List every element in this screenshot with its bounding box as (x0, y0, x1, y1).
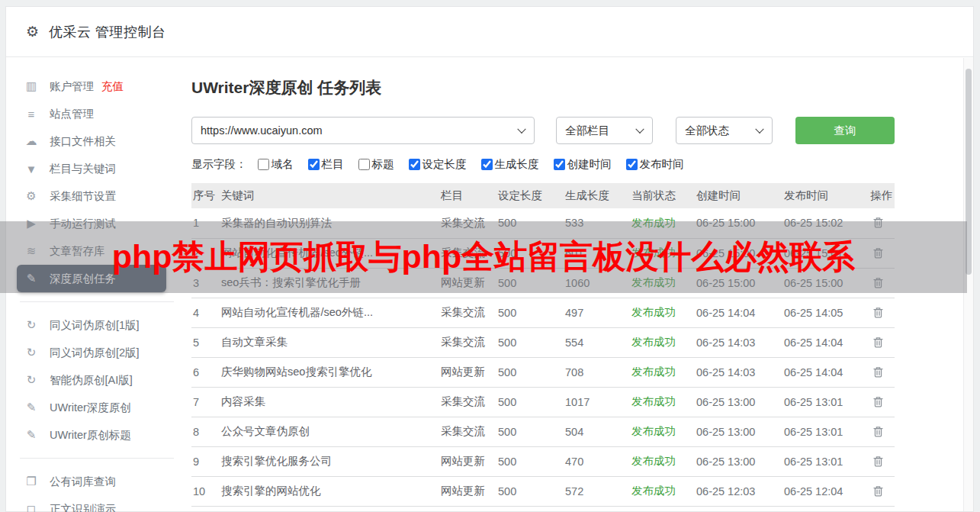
cell-actions (869, 238, 895, 268)
column-header: 生成长度 (564, 183, 630, 208)
cell-published: 06-25 12:04 (782, 476, 869, 506)
cell-created: 06-25 13:00 (695, 446, 782, 476)
delete-button[interactable] (870, 483, 886, 499)
site-select[interactable]: https://www.ucaiyun.com (191, 117, 535, 144)
checkbox-label: 标题 (372, 157, 394, 172)
field-checkbox-栏目[interactable]: 栏目 (308, 157, 344, 172)
cell-gen_len: 708 (564, 357, 630, 387)
database-icon: ≋ (24, 244, 39, 258)
cell-column: 采集交流 (439, 387, 496, 417)
sidebar-item-uwriter-deep-original[interactable]: ✎UWriter深度原创 (6, 394, 188, 421)
gear-icon: ⚙ (26, 23, 39, 40)
cell-column: 采集交流 (439, 417, 496, 446)
checkbox[interactable] (358, 159, 370, 170)
sidebar-item-interface-files[interactable]: ☁接口文件相关 (6, 127, 188, 155)
delete-button[interactable] (870, 214, 886, 230)
recharge-link[interactable]: 充值 (101, 79, 124, 94)
cell-actions (869, 208, 895, 238)
scrollbar-thumb[interactable] (966, 69, 972, 275)
refresh-icon: ↻ (24, 346, 39, 359)
delete-button[interactable] (870, 423, 886, 440)
field-checkbox-标题[interactable]: 标题 (358, 157, 394, 172)
field-checkbox-设定长度[interactable]: 设定长度 (409, 157, 467, 172)
sidebar-item-smart-rewrite-ai[interactable]: ↻智能伪原创[AI版] (6, 366, 188, 394)
table-row: 2网站自动化宣传机器/seo外链...采集交流500601发布成功06-25 1… (191, 238, 895, 268)
sidebar-item-site-management[interactable]: ≡站点管理 (6, 100, 188, 127)
cell-keyword: 采集器的自动识别算法 (220, 208, 439, 238)
column-header: 关键词 (220, 183, 439, 208)
delete-button[interactable] (870, 453, 886, 469)
checkbox[interactable] (258, 159, 269, 170)
column-select[interactable]: 全部栏目 (556, 117, 653, 144)
checkbox[interactable] (554, 159, 565, 170)
cell-published: 06-25 14:04 (782, 327, 869, 357)
checkbox[interactable] (481, 159, 493, 170)
sidebar-item-manual-run-test[interactable]: ▶手动运行测试 (6, 210, 188, 237)
sidebar-item-account-management[interactable]: ▥账户管理充值 (6, 72, 188, 100)
cell-gen_len: 1017 (564, 387, 630, 417)
table-header-row: 序号关键词栏目设定长度生成长度当前状态创建时间发布时间操作 (191, 183, 895, 208)
cell-column: 网站更新 (439, 357, 496, 387)
cell-column: 网站更新 (439, 268, 496, 298)
delete-button[interactable] (870, 394, 886, 410)
delete-button[interactable] (870, 245, 886, 261)
sidebar-item-synonym-rewrite-v2[interactable]: ↻同义词伪原创[2版] (6, 339, 188, 366)
cell-gen_len: 497 (564, 298, 630, 327)
trash-icon (872, 455, 885, 468)
sidebar-item-label: 文章暂存库 (50, 244, 105, 259)
cell-created: 06-25 14:04 (695, 298, 782, 327)
cell-status: 发布成功 (630, 446, 695, 476)
sidebar-item-label: 接口文件相关 (50, 134, 116, 149)
cell-created: 06-25 15:00 (695, 268, 782, 298)
sidebar-item-label: 同义词伪原创[2版] (50, 346, 140, 360)
cell-keyword: 网站自动化宣传机器/seo外链... (220, 298, 439, 327)
table-row: 5自动文章采集采集交流500554发布成功06-25 14:0306-25 14… (191, 327, 895, 357)
sidebar-item-label: 采集细节设置 (50, 189, 116, 204)
vertical-scrollbar[interactable] (963, 58, 973, 511)
checkbox-label: 发布时间 (640, 157, 684, 172)
cell-set_len: 500 (496, 208, 564, 238)
sidebar-item-label: 同义词伪原创[1版] (50, 318, 140, 333)
sidebar-item-uwriter-original-title[interactable]: ✎UWriter原创标题 (6, 421, 188, 449)
delete-button[interactable] (870, 275, 886, 291)
cell-keyword: 自动文章采集 (220, 327, 439, 357)
cell-gen_len: 1060 (564, 268, 630, 298)
delete-button[interactable] (870, 334, 886, 350)
sidebar-item-label: UWriter深度原创 (50, 401, 131, 415)
query-button[interactable]: 查询 (795, 117, 895, 144)
cell-set_len: 500 (496, 387, 564, 417)
field-checkbox-发布时间[interactable]: 发布时间 (626, 157, 684, 172)
field-checkbox-生成长度[interactable]: 生成长度 (481, 157, 539, 172)
sidebar-item-label: 站点管理 (50, 107, 94, 121)
cell-status: 发布成功 (630, 327, 695, 357)
monitor-icon: ◻ (24, 502, 39, 512)
status-select[interactable]: 全部状态 (676, 117, 773, 144)
checkbox[interactable] (626, 159, 638, 170)
delete-button[interactable] (870, 304, 886, 320)
trash-icon (872, 246, 885, 259)
sidebar-item-body-recognition-demo[interactable]: ◻正文识别演示 (6, 495, 188, 512)
sidebar-item-label: 手动运行测试 (50, 217, 116, 231)
top-bar: ⚙ 优采云 管理控制台 (6, 7, 973, 57)
cell-keyword: 网站自动化宣传机器/seo外链... (220, 238, 439, 268)
field-checkbox-创建时间[interactable]: 创建时间 (554, 157, 612, 172)
cell-status: 发布成功 (630, 238, 695, 268)
sidebar-item-synonym-rewrite-v1[interactable]: ↻同义词伪原创[1版] (6, 311, 188, 339)
cell-published: 06-25 14:05 (782, 298, 869, 327)
sidebar-item-article-staging[interactable]: ≋文章暂存库 (6, 237, 188, 265)
field-checkbox-域名[interactable]: 域名 (258, 157, 294, 172)
sidebar-item-columns-keywords[interactable]: ▼栏目与关键词 (6, 155, 188, 182)
play-circle-icon: ▶ (24, 217, 39, 230)
column-header: 设定长度 (496, 183, 564, 208)
sidebar-item-deep-original-tasks[interactable]: ✎深度原创任务 (17, 265, 166, 292)
cell-set_len: 500 (496, 417, 564, 446)
checkbox[interactable] (308, 159, 320, 170)
column-select-wrap: 全部栏目 (556, 117, 653, 144)
sidebar-item-public-lexicon-query[interactable]: ❐公有词库查询 (6, 468, 188, 495)
cell-set_len: 500 (496, 268, 564, 298)
checkbox-label: 生成长度 (495, 157, 539, 172)
checkbox[interactable] (409, 159, 420, 170)
cell-no: 7 (191, 387, 220, 417)
sidebar-item-collection-settings[interactable]: ⚙采集细节设置 (6, 182, 188, 210)
delete-button[interactable] (870, 364, 886, 380)
